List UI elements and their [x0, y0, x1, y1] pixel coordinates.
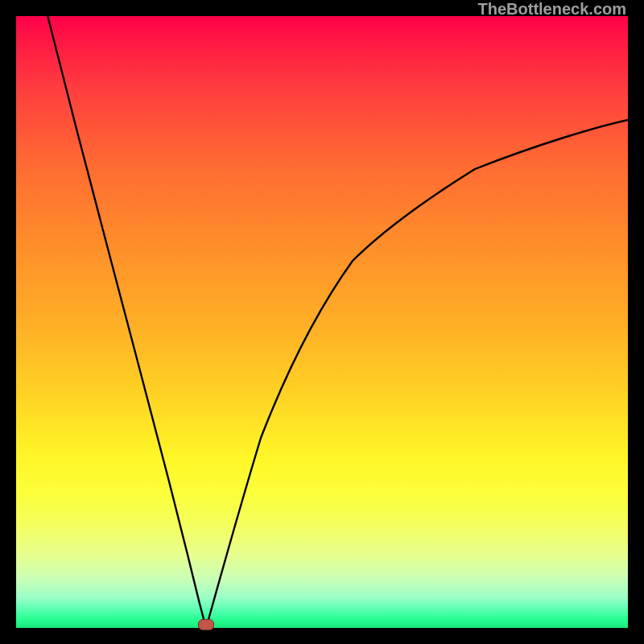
plot-area: [16, 16, 628, 628]
optimal-point-marker: [198, 619, 214, 630]
severity-gradient-background: [16, 16, 628, 628]
chart-frame: [16, 16, 628, 628]
